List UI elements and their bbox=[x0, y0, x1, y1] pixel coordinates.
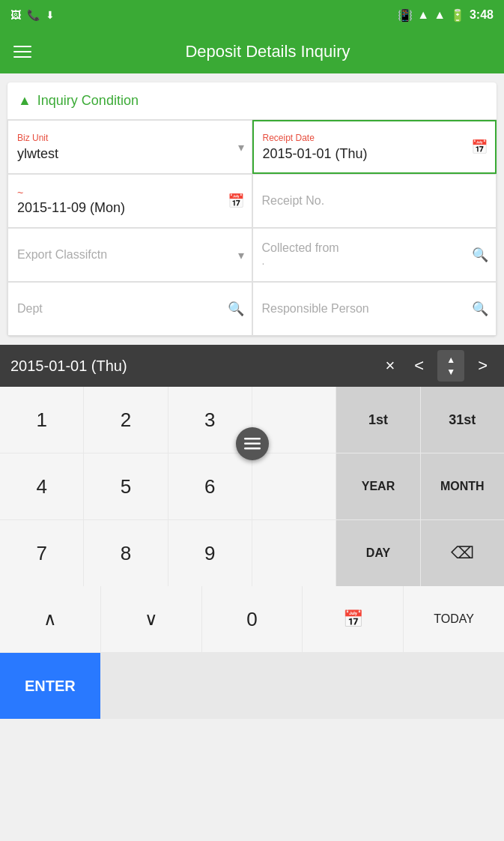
collected-from-search-icon: 🔍 bbox=[472, 247, 488, 263]
dept-cell[interactable]: Dept 🔍 bbox=[7, 282, 252, 336]
datepicker-next-button[interactable]: > bbox=[472, 353, 494, 379]
status-icons-left: 🖼 📞 ⬇ bbox=[10, 9, 55, 21]
numpad-enter-button[interactable]: ENTER bbox=[0, 653, 100, 719]
numpad-0[interactable]: 0 bbox=[202, 586, 303, 652]
responsible-person-placeholder: Responsible Person bbox=[262, 302, 488, 316]
numpad-day[interactable]: DAY bbox=[336, 520, 419, 586]
numpad-month[interactable]: MONTH bbox=[421, 453, 504, 519]
responsible-person-cell[interactable]: Responsible Person 🔍 bbox=[252, 282, 497, 336]
floating-menu-button[interactable] bbox=[236, 427, 269, 460]
dept-placeholder: Dept bbox=[17, 302, 243, 316]
biz-unit-cell[interactable]: Biz Unit ylwtest ▾ bbox=[7, 120, 252, 174]
header-title: Deposit Details Inquiry bbox=[45, 42, 491, 61]
hamburger-menu[interactable] bbox=[13, 46, 31, 58]
svg-rect-2 bbox=[244, 447, 261, 450]
numpad-year[interactable]: YEAR bbox=[336, 453, 419, 519]
receipt-date-value: 2015-01-01 (Thu) bbox=[263, 146, 487, 162]
collected-from-dot: . bbox=[262, 255, 488, 267]
numpad-5[interactable]: 5 bbox=[84, 453, 167, 519]
status-right: 📳 ▲ ▲ 🔋 3:48 bbox=[398, 8, 494, 22]
numpad-calendar-btn[interactable]: 📅 bbox=[303, 586, 403, 652]
status-bar: 🖼 📞 ⬇ 📳 ▲ ▲ 🔋 3:48 bbox=[0, 0, 504, 30]
datepicker-header: 2015-01-01 (Thu) × < ▲ ▼ > bbox=[0, 345, 504, 387]
form-grid: Biz Unit ylwtest ▾ Receipt Date 2015-01-… bbox=[7, 120, 497, 336]
responsible-person-search-icon: 🔍 bbox=[472, 301, 488, 317]
svg-rect-1 bbox=[244, 443, 261, 445]
numpad-grid: 1 2 3 1st 31st 4 5 6 YEAR MONTH 7 8 9 DA… bbox=[0, 387, 504, 586]
signal-icon: ▲ bbox=[434, 8, 446, 22]
export-class-cell[interactable]: Export Classifctn ▾ bbox=[7, 228, 252, 282]
numpad-4[interactable]: 4 bbox=[0, 453, 83, 519]
numpad-31st[interactable]: 31st bbox=[421, 387, 504, 453]
collected-from-cell[interactable]: Collected from 🔍 . bbox=[252, 228, 497, 282]
datepicker-overlay: 2015-01-01 (Thu) × < ▲ ▼ > 1 2 3 1st 31s… bbox=[0, 345, 504, 719]
phone-status-icon: 📞 bbox=[27, 9, 40, 21]
biz-unit-dropdown-icon: ▾ bbox=[238, 140, 244, 154]
datepicker-prev-button[interactable]: < bbox=[408, 353, 430, 379]
receipt-date-label: Receipt Date bbox=[263, 133, 487, 143]
receipt-no-cell[interactable]: Receipt No. bbox=[252, 174, 497, 228]
vibrate-icon: 📳 bbox=[398, 8, 413, 22]
numpad-up-arrow[interactable]: ∧ bbox=[0, 586, 100, 652]
numpad-9[interactable]: 9 bbox=[168, 520, 252, 586]
numpad-backspace[interactable]: ⌫ bbox=[421, 520, 504, 586]
date-range-end-value: 2015-11-09 (Mon) bbox=[17, 200, 243, 216]
wifi-icon: ▲ bbox=[417, 8, 429, 22]
numpad-bottom-row: ∧ ∨ 0 📅 TODAY ENTER bbox=[0, 586, 504, 719]
date-range-calendar-icon: 📅 bbox=[228, 193, 244, 209]
numpad-1[interactable]: 1 bbox=[0, 387, 83, 453]
numpad-8[interactable]: 8 bbox=[84, 520, 167, 586]
datepicker-scroll-control[interactable]: ▲ ▼ bbox=[437, 350, 464, 382]
biz-unit-value: ylwtest bbox=[17, 146, 243, 162]
inquiry-card: ▲ Inquiry Condition Biz Unit ylwtest ▾ R… bbox=[7, 82, 497, 336]
numpad-down-arrow[interactable]: ∨ bbox=[101, 586, 201, 652]
scroll-up-icon: ▲ bbox=[446, 355, 455, 365]
numpad-6[interactable]: 6 bbox=[168, 453, 252, 519]
datepicker-selected-date: 2015-01-01 (Thu) bbox=[10, 358, 371, 375]
app-header: Deposit Details Inquiry bbox=[0, 30, 504, 73]
numpad-2[interactable]: 2 bbox=[84, 387, 167, 453]
tilde-symbol: ~ bbox=[17, 187, 243, 199]
receipt-no-placeholder: Receipt No. bbox=[262, 194, 488, 208]
svg-rect-0 bbox=[244, 438, 261, 440]
numpad-1st[interactable]: 1st bbox=[336, 387, 419, 453]
dept-search-icon: 🔍 bbox=[228, 301, 244, 317]
download-status-icon: ⬇ bbox=[46, 9, 55, 21]
biz-unit-label: Biz Unit bbox=[17, 133, 243, 143]
chevron-up-icon: ▲ bbox=[18, 93, 31, 109]
numpad-today-button[interactable]: TODAY bbox=[404, 586, 504, 652]
inquiry-header[interactable]: ▲ Inquiry Condition bbox=[7, 82, 497, 120]
numpad-empty-row3 bbox=[252, 520, 336, 586]
inquiry-title: Inquiry Condition bbox=[37, 93, 139, 109]
receipt-date-calendar-icon: 📅 bbox=[471, 139, 488, 155]
battery-icon: 🔋 bbox=[450, 8, 465, 22]
export-class-placeholder: Export Classifctn bbox=[17, 248, 243, 262]
clock-display: 3:48 bbox=[470, 8, 494, 22]
export-class-dropdown-icon: ▾ bbox=[238, 248, 244, 262]
scroll-down-icon: ▼ bbox=[446, 367, 455, 377]
numpad-empty-row2 bbox=[252, 453, 336, 519]
numpad-7[interactable]: 7 bbox=[0, 520, 83, 586]
image-status-icon: 🖼 bbox=[10, 9, 21, 21]
receipt-date-cell[interactable]: Receipt Date 2015-01-01 (Thu) 📅 bbox=[252, 120, 497, 174]
datepicker-close-button[interactable]: × bbox=[379, 353, 401, 379]
collected-from-label: Collected from bbox=[262, 241, 488, 255]
date-range-end-cell[interactable]: ~ 2015-11-09 (Mon) 📅 bbox=[7, 174, 252, 228]
